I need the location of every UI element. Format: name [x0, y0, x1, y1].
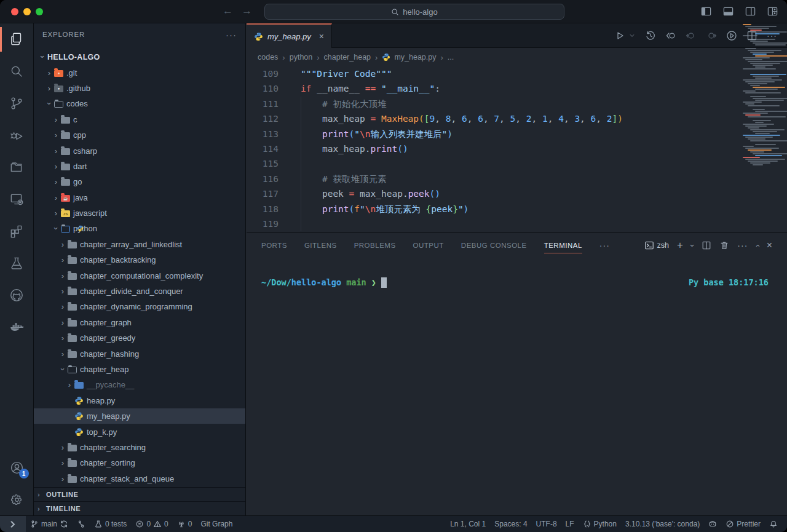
minimap[interactable] — [735, 23, 787, 189]
activity-item-settings[interactable] — [0, 483, 34, 515]
tree-item-heap-py[interactable]: ›heap.py — [34, 393, 245, 408]
tree-item-java[interactable]: ›☕java — [34, 190, 245, 205]
sidebar-section-timeline[interactable]: ›TIMELINE — [34, 501, 245, 515]
activity-item-folders[interactable] — [0, 151, 34, 183]
split-terminal-icon[interactable] — [702, 240, 711, 250]
tree-item--pycache-[interactable]: ›__pycache__ — [34, 377, 245, 392]
status-git-graph-status[interactable]: Git Graph — [196, 516, 237, 532]
run-dropdown-icon[interactable] — [628, 32, 636, 39]
toggle-panel-icon[interactable] — [722, 6, 734, 17]
nav-forward-circle-icon[interactable] — [706, 30, 717, 41]
tree-item-chapter-heap[interactable]: ›chapter_heap — [34, 362, 245, 377]
terminal-dropdown-icon[interactable]: › — [688, 244, 697, 247]
activity-item-github[interactable] — [0, 279, 34, 311]
zoom-window-button[interactable] — [36, 8, 43, 15]
status-copilot[interactable] — [704, 520, 721, 528]
maximize-panel-icon[interactable]: › — [753, 244, 762, 247]
tree-item-csharp[interactable]: ›csharp — [34, 143, 245, 158]
new-terminal-button[interactable]: + — [677, 239, 683, 252]
sidebar-more-actions[interactable]: ··· — [226, 30, 237, 40]
status-prettier[interactable]: Prettier — [721, 520, 765, 528]
terminal-instance[interactable]: zsh — [644, 240, 669, 250]
nav-back-icon[interactable]: ← — [223, 5, 233, 17]
code-editor[interactable]: 109"""Driver Code"""110if __name__ == "_… — [247, 66, 787, 232]
nav-forward-icon[interactable]: → — [242, 5, 252, 17]
breadcrumb-item[interactable]: ... — [448, 53, 454, 62]
panel-tab-ports[interactable]: PORTS — [261, 233, 287, 258]
tree-item-chapter-backtracking[interactable]: ›chapter_backtracking — [34, 252, 245, 268]
gitlens-compare-icon[interactable] — [665, 30, 676, 41]
terminal[interactable]: ~/Dow/hello-algo main ❯ Py base 18:17:16 — [247, 258, 787, 515]
tree-item-chapter-dynamic-programming[interactable]: ›chapter_dynamic_programming — [34, 299, 245, 314]
tree-item-chapter-searching[interactable]: ›chapter_searching — [34, 440, 245, 455]
tree-item-chapter-divide-and-conquer[interactable]: ›chapter_divide_and_conquer — [34, 284, 245, 299]
panel-tab-problems[interactable]: PROBLEMS — [354, 233, 396, 258]
minimize-window-button[interactable] — [23, 8, 31, 15]
customize-layout-icon[interactable] — [767, 6, 778, 17]
panel-tab-gitlens[interactable]: GITLENS — [304, 233, 337, 258]
close-panel-icon[interactable]: × — [767, 240, 772, 251]
panel-tabs-more[interactable]: ··· — [599, 240, 610, 250]
tree-item-go[interactable]: ›go — [34, 174, 245, 189]
tree-item-javascript[interactable]: ›JSjavascript — [34, 205, 245, 221]
tree-item-chapter-array-and-linkedlist[interactable]: ›chapter_array_and_linkedlist — [34, 237, 245, 252]
status-python-interpreter[interactable]: 3.10.13 ('base': conda) — [621, 520, 704, 528]
activity-item-explorer[interactable] — [0, 23, 34, 55]
timeline-history-icon[interactable] — [645, 30, 656, 41]
toggle-secondary-sidebar-icon[interactable] — [745, 6, 756, 17]
tab-my-heap[interactable]: my_heap.py × — [247, 23, 332, 48]
close-window-button[interactable] — [11, 8, 18, 15]
activity-item-docker[interactable] — [0, 311, 34, 343]
status-eol[interactable]: LF — [561, 520, 579, 528]
breadcrumb-item[interactable]: codes — [258, 53, 278, 62]
status-problems-status[interactable]: 00 — [131, 516, 172, 532]
tree-item-chapter-graph[interactable]: ›chapter_graph — [34, 315, 245, 330]
run-button-icon[interactable] — [614, 30, 625, 41]
status-branch-status[interactable]: main — [26, 516, 73, 532]
toggle-sidebar-icon[interactable] — [700, 6, 712, 17]
tree-item-c[interactable]: ›c — [34, 112, 245, 127]
close-tab-icon[interactable]: × — [319, 31, 324, 41]
activity-item-run-debug[interactable] — [0, 119, 34, 151]
status-tests-status[interactable]: 0 tests — [90, 516, 131, 532]
breadcrumb-item[interactable]: my_heap.py — [394, 53, 436, 62]
tree-item-codes[interactable]: ›codes — [34, 96, 245, 111]
tree-item-chapter-stack-and-queue[interactable]: ›chapter_stack_and_queue — [34, 471, 245, 486]
activity-item-source-control[interactable] — [0, 87, 34, 119]
tree-item--git[interactable]: ›●.git — [34, 65, 245, 80]
activity-item-accounts[interactable]: 1 — [0, 451, 34, 483]
tree-item-chapter-hashing[interactable]: ›chapter_hashing — [34, 346, 245, 361]
panel-more-actions[interactable]: ··· — [737, 240, 748, 250]
status-encoding[interactable]: UTF-8 — [532, 520, 561, 528]
tree-item-chapter-greedy[interactable]: ›chapter_greedy — [34, 330, 245, 346]
tree-item-cpp[interactable]: ›cpp — [34, 127, 245, 143]
tree-item-chapter-computational-complexity[interactable]: ›chapter_computational_complexity — [34, 268, 245, 283]
breadcrumb-item[interactable]: chapter_heap — [324, 53, 371, 62]
activity-item-testing[interactable] — [0, 247, 34, 279]
tree-item-python[interactable]: ›python — [34, 221, 245, 236]
status-notifications[interactable] — [765, 520, 782, 528]
panel-tab-output[interactable]: OUTPUT — [413, 233, 444, 258]
nav-back-circle-icon[interactable] — [686, 30, 697, 41]
status-indentation[interactable]: Spaces: 4 — [490, 520, 531, 528]
tree-root-hello-algo[interactable]: ›HELLO-ALGO — [34, 49, 245, 65]
tree-item-chapter-sorting[interactable]: ›chapter_sorting — [34, 455, 245, 470]
status-cursor-position[interactable]: Ln 1, Col 1 — [446, 520, 490, 528]
panel-tab-terminal[interactable]: TERMINAL — [544, 233, 582, 258]
breadcrumb-item[interactable]: python — [290, 53, 313, 62]
tree-item-my-heap-py[interactable]: ›my_heap.py — [34, 408, 245, 424]
window-controls[interactable] — [11, 8, 43, 15]
remote-indicator[interactable] — [0, 516, 26, 532]
activity-item-search[interactable] — [0, 55, 34, 87]
status-language-mode[interactable]: Python — [579, 520, 621, 528]
tree-item-dart[interactable]: ›dart — [34, 159, 245, 174]
status-ports-status[interactable]: 0 — [173, 516, 197, 532]
sidebar-section-outline[interactable]: ›OUTLINE — [34, 487, 245, 501]
kill-terminal-icon[interactable] — [719, 240, 729, 250]
status-gitlens-status[interactable] — [73, 516, 90, 532]
panel-tab-debug-console[interactable]: DEBUG CONSOLE — [461, 233, 527, 258]
activity-item-extensions[interactable] — [0, 215, 34, 247]
command-center-search[interactable]: hello-algo — [264, 4, 564, 20]
tree-item-top-k-py[interactable]: ›top_k.py — [34, 424, 245, 439]
tree-item--github[interactable]: ›●.github — [34, 81, 245, 96]
